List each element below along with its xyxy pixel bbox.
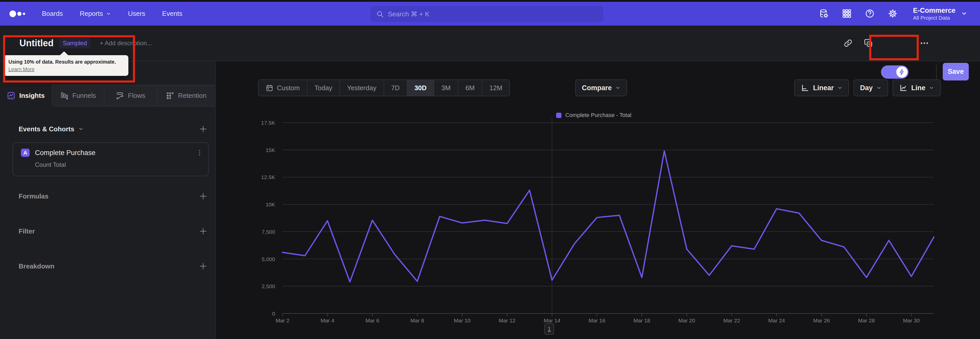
tooltip-message: Using 10% of data. Results are approxima… — [8, 59, 124, 65]
range-label: 12M — [490, 84, 503, 92]
sampling-toggle-knob — [896, 66, 907, 78]
legend-label: Complete Purchase - Total — [565, 112, 632, 118]
chevron-down-icon — [961, 10, 967, 17]
chart-display-controls: Linear Day Line — [794, 80, 941, 96]
help-icon[interactable] — [865, 9, 875, 18]
event-options-button[interactable] — [196, 149, 203, 157]
scale-dropdown[interactable]: Linear — [794, 80, 849, 96]
nav-item-users[interactable]: Users — [128, 10, 145, 18]
report-header: Untitled Sampled + Add description... Sa… — [0, 26, 980, 61]
svg-text:Mar 22: Mar 22 — [723, 318, 740, 323]
granularity-dropdown[interactable]: Day — [853, 80, 888, 96]
date-range-selector: Custom Today Yesterday 7D 30D 3M 6M 12M — [258, 80, 510, 96]
tab-label: Flows — [128, 92, 145, 100]
range-6m[interactable]: 6M — [458, 80, 482, 96]
project-scope: All Project Data — [913, 14, 956, 21]
chart-legend[interactable]: Complete Purchase - Total — [556, 112, 632, 118]
nav-item-events[interactable]: Events — [162, 10, 183, 18]
svg-text:12.5K: 12.5K — [261, 174, 275, 180]
svg-text:Mar 4: Mar 4 — [321, 318, 334, 323]
range-3m[interactable]: 3M — [434, 80, 458, 96]
event-name[interactable]: Complete Purchase — [35, 149, 95, 157]
settings-gear-icon[interactable] — [888, 9, 897, 18]
retention-icon — [166, 91, 174, 100]
data-management-icon[interactable] — [819, 9, 829, 18]
top-nav: Boards Reports Users Events Search ⌘ + K — [0, 2, 980, 26]
range-today[interactable]: Today — [307, 80, 339, 96]
learn-more-link[interactable]: Learn More — [8, 66, 35, 72]
range-label: Custom — [277, 84, 300, 92]
range-30d[interactable]: 30D — [407, 80, 434, 96]
tab-label: Retention — [178, 92, 207, 100]
sampling-toggle[interactable] — [881, 66, 908, 79]
nav-item-label: Events — [162, 10, 183, 18]
tab-funnels[interactable]: Funnels — [52, 85, 104, 107]
add-description-button[interactable]: + Add description... — [100, 40, 152, 47]
svg-text:5,000: 5,000 — [262, 256, 275, 262]
link-icon — [843, 38, 853, 48]
legend-swatch — [556, 113, 562, 118]
pagination-page-1[interactable]: 1 — [544, 323, 554, 335]
events-cohorts-dropdown[interactable]: Events & Cohorts — [19, 125, 83, 133]
nav-item-reports[interactable]: Reports — [80, 10, 111, 18]
project-info: E-Commerce All Project Data — [913, 6, 956, 21]
compare-label: Compare — [582, 84, 612, 92]
svg-text:Mar 10: Mar 10 — [454, 318, 470, 323]
compare-button[interactable]: Compare — [575, 80, 627, 96]
duplicate-plus-icon — [864, 38, 873, 48]
nav-menu: Boards Reports Users Events — [42, 10, 183, 18]
range-12m[interactable]: 12M — [482, 80, 510, 96]
window-top-strip — [0, 0, 980, 2]
nav-utilities: E-Commerce All Project Data — [819, 6, 967, 21]
svg-text:Mar 8: Mar 8 — [410, 318, 424, 323]
apps-grid-icon[interactable] — [842, 9, 852, 18]
lightning-bolt-icon — [898, 69, 905, 76]
range-label: 3M — [442, 84, 451, 92]
save-button[interactable]: Save — [943, 63, 969, 80]
add-breakdown-button[interactable] — [199, 262, 207, 270]
sampling-tooltip: Using 10% of data. Results are approxima… — [4, 55, 128, 76]
project-name: E-Commerce — [913, 6, 956, 14]
calendar-icon — [266, 84, 273, 92]
range-yesterday[interactable]: Yesterday — [339, 80, 383, 96]
svg-text:7,500: 7,500 — [262, 229, 275, 235]
tab-retention[interactable]: Retention — [157, 85, 215, 107]
range-label: 6M — [466, 84, 475, 92]
project-switcher[interactable]: E-Commerce All Project Data — [913, 6, 967, 21]
svg-text:Mar 18: Mar 18 — [633, 318, 650, 323]
filter-section: Filter — [0, 224, 215, 238]
range-label: Yesterday — [347, 84, 376, 92]
sampled-badge[interactable]: Sampled — [59, 38, 91, 48]
copy-link-button[interactable] — [843, 26, 853, 61]
chevron-down-icon — [877, 85, 881, 90]
search-input[interactable]: Search ⌘ + K — [371, 6, 603, 22]
mixpanel-insights-app: { "nav": { "items": ["Boards", "Reports"… — [0, 0, 980, 339]
svg-text:17.5K: 17.5K — [261, 120, 275, 126]
svg-text:Mar 14: Mar 14 — [544, 318, 560, 323]
duplicate-button[interactable] — [864, 26, 873, 61]
range-7d[interactable]: 7D — [383, 80, 407, 96]
event-metric-selector[interactable]: Count Total — [35, 161, 66, 168]
event-card[interactable]: A Complete Purchase Count Total — [13, 142, 209, 176]
chart-type-dropdown[interactable]: Line — [892, 80, 941, 96]
chevron-down-icon — [106, 11, 111, 16]
add-event-button[interactable] — [199, 125, 207, 133]
query-builder-sidebar: Insights Funnels Flows — [0, 61, 216, 339]
range-label: Today — [315, 84, 332, 92]
tab-insights[interactable]: Insights — [0, 85, 52, 107]
range-custom[interactable]: Custom — [259, 80, 307, 96]
add-formula-button[interactable] — [199, 192, 207, 200]
mixpanel-logo[interactable] — [9, 10, 27, 18]
page-title[interactable]: Untitled — [19, 38, 54, 48]
chevron-down-icon — [837, 85, 842, 90]
scale-label: Linear — [813, 84, 834, 92]
svg-text:Mar 12: Mar 12 — [499, 318, 515, 323]
svg-text:15K: 15K — [266, 147, 275, 153]
formulas-section: Formulas — [0, 189, 215, 203]
nav-item-boards[interactable]: Boards — [42, 10, 63, 18]
add-filter-button[interactable] — [199, 227, 207, 235]
tab-flows[interactable]: Flows — [104, 85, 157, 107]
line-chart-icon — [899, 83, 908, 92]
more-options-button[interactable] — [920, 26, 929, 61]
svg-text:Mar 28: Mar 28 — [858, 318, 875, 323]
